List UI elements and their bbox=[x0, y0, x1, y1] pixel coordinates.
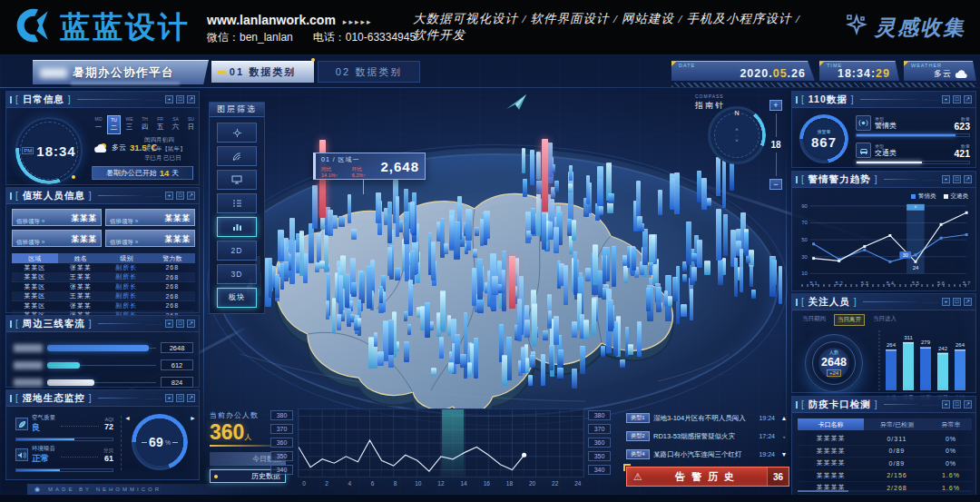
window-icon[interactable]: □ bbox=[176, 95, 184, 103]
tab-data-category-1[interactable]: 01 数据类别 bbox=[211, 61, 314, 83]
svg-text:311: 311 bbox=[904, 335, 913, 340]
checkpoint-row[interactable]: 某某某某0/890% bbox=[798, 446, 972, 458]
layer-button-list-icon[interactable] bbox=[217, 193, 257, 213]
zoom-track[interactable] bbox=[776, 113, 777, 137]
focus-tab[interactable]: 当日期间 bbox=[799, 314, 828, 326]
weather-text: 多云 bbox=[934, 68, 952, 80]
expand-icon[interactable]: ↗ bbox=[187, 95, 195, 103]
expand-icon[interactable]: ↗ bbox=[187, 394, 195, 402]
window-icon[interactable]: □ bbox=[176, 192, 184, 200]
duty-table-row[interactable]: 某某区张某某副所长268 bbox=[12, 301, 195, 311]
duty-cell: 张某某 bbox=[58, 282, 104, 291]
checkpoint-row[interactable]: 某某某某2/1561.6% bbox=[798, 470, 972, 483]
alert-history-button[interactable]: ⚠ 告警历史 36 bbox=[626, 467, 789, 487]
gauge-right-arrow[interactable]: ► bbox=[190, 415, 196, 421]
layer-button-monitor-icon[interactable] bbox=[217, 170, 257, 190]
expand-icon[interactable]: ↗ bbox=[964, 400, 972, 408]
zoom-out-button[interactable]: − bbox=[769, 179, 782, 190]
duty-table-row[interactable]: 某某区王某某副所长268 bbox=[12, 292, 195, 302]
checkpoint-rate: 1.6% bbox=[930, 470, 972, 482]
plus-icon[interactable]: + bbox=[165, 320, 173, 328]
alert-trend-icon: ▲ bbox=[779, 415, 789, 421]
alert-row[interactable]: 类型1湿地3-104片区有不明人员闯入19:24▲ bbox=[626, 410, 789, 426]
flow-row: 612 bbox=[14, 359, 193, 371]
layer-button-板块[interactable]: 板块 bbox=[217, 288, 257, 308]
compass-dial[interactable]: N ˄·˅ bbox=[708, 106, 766, 164]
plus-icon[interactable]: + bbox=[942, 400, 950, 408]
weekday-cell[interactable]: WE三 bbox=[122, 115, 136, 134]
weekday-cell[interactable]: SA六 bbox=[169, 115, 182, 134]
window-icon[interactable]: □ bbox=[953, 95, 961, 103]
duty-table-row[interactable]: 某某区王某某副所长268 bbox=[12, 273, 195, 283]
checkpoint-row[interactable]: 某某某某0/890% bbox=[798, 458, 972, 470]
window-icon[interactable]: □ bbox=[953, 400, 961, 408]
flow-label-blur bbox=[14, 344, 43, 352]
window-icon[interactable]: □ bbox=[176, 394, 184, 402]
logo[interactable]: 蓝蓝设计 bbox=[15, 6, 191, 48]
expand-icon[interactable]: ↗ bbox=[964, 298, 972, 306]
duty-table-row[interactable]: 某某区张某某副所长268 bbox=[12, 263, 195, 273]
expand-icon[interactable]: ↗ bbox=[964, 175, 972, 183]
weekday-cell[interactable]: TU二 bbox=[107, 115, 121, 134]
plus-icon[interactable]: + bbox=[942, 175, 950, 183]
website-link[interactable]: www.lanlanwork.com bbox=[207, 13, 336, 27]
trend-chart[interactable]: 9070503010˅24305.15.25.35.45.55.65.7 bbox=[796, 199, 974, 290]
layer-button-camera-icon[interactable] bbox=[217, 123, 257, 143]
office-trend-chart[interactable] bbox=[298, 408, 584, 477]
alert-row[interactable]: 类型4某路口有小汽车连闯三个红灯19:24▼ bbox=[626, 447, 789, 462]
layer-button-2D[interactable]: 2D bbox=[217, 241, 257, 261]
flow-value: 612 bbox=[161, 359, 193, 370]
tooltip-value: 2,648 bbox=[380, 159, 419, 174]
svg-text:242: 242 bbox=[938, 346, 948, 351]
flow-track bbox=[47, 345, 156, 351]
duty-table-row[interactable]: 某某区张某某副所长268 bbox=[12, 282, 195, 292]
expand-icon[interactable]: ↗ bbox=[964, 95, 972, 103]
plus-icon[interactable]: + bbox=[942, 95, 950, 103]
layer-button-radar-icon[interactable] bbox=[217, 146, 257, 166]
duty-leader-card[interactable]: 值班领导某某某 bbox=[12, 230, 102, 247]
duty-leader-card[interactable]: 值班领导某某某 bbox=[12, 209, 102, 226]
weekday-cell[interactable]: FR五 bbox=[153, 115, 167, 134]
checkpoint-row[interactable]: 某某某某0/3110% bbox=[798, 433, 972, 446]
duty-leader-card[interactable]: 值班领导某某某 bbox=[105, 230, 195, 247]
weekday-cell[interactable]: SU日 bbox=[184, 115, 198, 134]
weekday-cell[interactable]: TH四 bbox=[138, 115, 152, 134]
expand-icon[interactable]: ↗ bbox=[187, 192, 195, 200]
weekday-strip: MO一TU二WE三TH四FR五SA六SU日 bbox=[92, 115, 198, 134]
flow-row: 2648 bbox=[14, 341, 193, 354]
tab-data-category-2[interactable]: 02 数据类别 bbox=[318, 61, 420, 83]
focus-tab[interactable]: 当日离开 bbox=[834, 314, 865, 326]
plus-icon[interactable]: + bbox=[165, 192, 173, 200]
alert-tag: 类型1 bbox=[626, 413, 650, 423]
axis-tick: 18 bbox=[503, 480, 515, 487]
plus-icon[interactable]: + bbox=[165, 95, 173, 103]
axis-tick: 370 bbox=[588, 424, 611, 434]
alert-row[interactable]: 类型2RD13-53烟感报警疑似火灾17:24● bbox=[626, 428, 789, 444]
window-icon[interactable]: □ bbox=[953, 298, 961, 306]
svg-text:279: 279 bbox=[921, 340, 931, 345]
layer-button-bars-icon[interactable] bbox=[217, 217, 257, 237]
window-icon[interactable]: □ bbox=[953, 175, 961, 183]
window-icon[interactable]: □ bbox=[176, 320, 184, 328]
weekday-cell[interactable]: MO一 bbox=[92, 115, 105, 134]
layer-button-3D[interactable]: 3D bbox=[217, 264, 257, 284]
duty-leader-card[interactable]: 值班领导某某某 bbox=[105, 209, 195, 226]
bottom-strip bbox=[0, 495, 980, 502]
plus-icon[interactable]: + bbox=[165, 394, 173, 402]
axis-tick: 360 bbox=[588, 438, 611, 448]
checkpoint-row[interactable]: 某某某某2/2681.6% bbox=[798, 482, 972, 495]
zoom-in-button[interactable]: + bbox=[769, 100, 782, 111]
expand-icon[interactable]: ↗ bbox=[187, 320, 195, 328]
checkpoint-scrollbar[interactable] bbox=[798, 490, 972, 492]
plus-icon[interactable]: + bbox=[942, 298, 950, 306]
focus-bar-chart[interactable]: 264在逃311涉毒279涉案242涉恐264上访 bbox=[874, 325, 972, 407]
map-3d-region[interactable] bbox=[222, 172, 730, 408]
flow-row: 824 bbox=[14, 376, 193, 389]
checkpoint-detected: 0/89 bbox=[864, 446, 930, 458]
gauge-left-arrow[interactable]: ◄ bbox=[124, 415, 131, 421]
office-xaxis: 024681012141618202224 bbox=[298, 480, 584, 487]
checkpoint-detected: 0/89 bbox=[864, 458, 930, 469]
flow-track bbox=[47, 362, 156, 369]
analog-clock: PM18:34 bbox=[15, 117, 83, 184]
inspiration-collect[interactable]: 灵感收集 bbox=[846, 0, 965, 54]
